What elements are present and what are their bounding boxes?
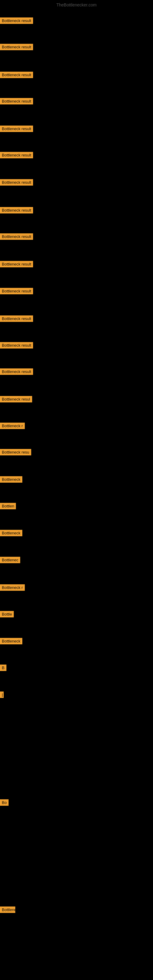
bottleneck-result-label: Bottleneck resu (0, 449, 31, 455)
bottleneck-result-label: Bottleneck (0, 530, 22, 536)
bottleneck-result-label: Bottleneck result (0, 261, 33, 267)
bottleneck-result-label: Bottlenec (0, 557, 20, 563)
bottleneck-result-label: Bottleneck result (0, 126, 33, 132)
bottleneck-result-label: Bottleneck result (0, 342, 33, 348)
bottleneck-result-label: Bottleneck result (0, 368, 33, 375)
bottleneck-result-label: Bottleneck result (0, 233, 33, 240)
bottleneck-result-label: Bottlen (0, 503, 16, 509)
bottleneck-result-label: Bottleneck r (0, 907, 15, 913)
bottleneck-result-label: Bottleneck resul (0, 396, 32, 402)
bottleneck-result-label: Bottleneck result (0, 18, 33, 24)
bottleneck-result-label: Bottle (0, 611, 14, 617)
bottleneck-result-label: Bottleneck result (0, 207, 33, 213)
bottleneck-result-label: Bottleneck result (0, 152, 33, 158)
bottleneck-result-label: Bo (0, 799, 9, 806)
bottleneck-result-label: Bottleneck r (0, 584, 25, 591)
bottleneck-result-label: B (0, 665, 6, 671)
bottleneck-result-label: Bottleneck r (0, 423, 25, 429)
bottleneck-result-label: Bottleneck (0, 476, 22, 483)
bottleneck-result-label: Bottleneck result (0, 179, 33, 186)
bottleneck-result-label: Bottleneck result (0, 288, 33, 294)
bottleneck-result-label: Bottleneck result (0, 315, 33, 322)
bottleneck-result-label: Bottleneck (0, 638, 22, 644)
bottleneck-result-label: Bottleneck result (0, 98, 33, 105)
bottleneck-result-label: Bottleneck result (0, 72, 33, 78)
bottleneck-result-label: Bottleneck result (0, 44, 33, 50)
site-title: TheBottlenecker.com (56, 2, 97, 7)
bottleneck-result-label: | (0, 692, 4, 698)
